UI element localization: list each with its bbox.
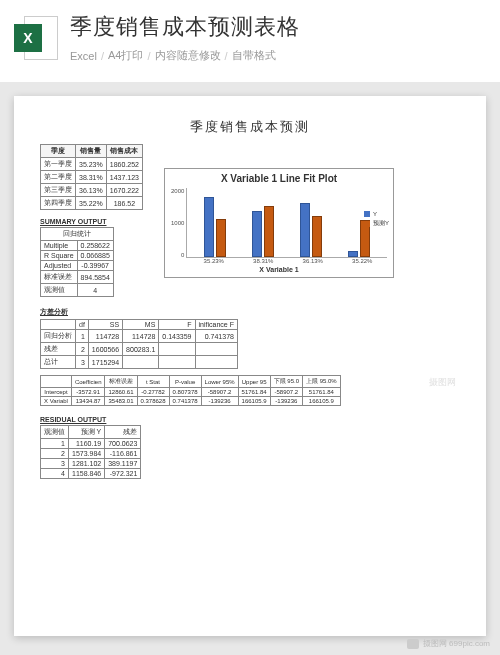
table-row: Multiple0.258622	[41, 241, 114, 251]
coefficients-table: Coefficien标准误差t StatP-valueLower 95%Uppe…	[40, 375, 341, 406]
footer-watermark: 摄图网 699pic.com	[407, 638, 490, 649]
table-row: Intercept-3572.9112860.61-0.277820.80737…	[41, 388, 341, 397]
quarterly-data-table: 季度销售量销售成本 第一季度35.23%1860.252 第二季度38.31%1…	[40, 144, 143, 210]
sheet-title: 季度销售成本预测	[40, 118, 460, 136]
table-row: Adjusted-0.39967	[41, 261, 114, 271]
table-row: 41158.846-972.321	[41, 469, 141, 479]
table-row: 回归分析11147281147280.1433590.741378	[41, 330, 238, 343]
page-title: 季度销售成本预测表格	[70, 12, 482, 42]
chart-x-labels: 35.23% 38.31% 36.13% 35.22%	[171, 258, 387, 264]
chart-plot-area	[186, 188, 387, 258]
table-row: 31281.102389.1197	[41, 459, 141, 469]
table-row: 标准误差894.5854	[41, 271, 114, 284]
camera-icon	[407, 639, 419, 649]
line-fit-chart: X Variable 1 Line Fit Plot 2000 1000 0 3…	[164, 168, 394, 278]
anova-heading: 方差分析	[40, 307, 460, 317]
residual-table: 观测值预测 Y残差 11160.19700.0623 21573.984-116…	[40, 425, 141, 479]
chart-x-title: X Variable 1	[171, 266, 387, 273]
document-sheet: 季度销售成本预测 季度销售量销售成本 第一季度35.23%1860.252 第二…	[14, 96, 486, 636]
chart-legend: Y 预测Y	[364, 209, 389, 230]
chart-title: X Variable 1 Line Fit Plot	[171, 173, 387, 184]
table-row: R Square0.066885	[41, 251, 114, 261]
table-row: 第三季度36.13%1670.222	[41, 184, 143, 197]
table-row: 第二季度38.31%1437.123	[41, 171, 143, 184]
anova-table: dfSSMSFinificance F 回归分析11147281147280.1…	[40, 319, 238, 369]
table-row: 观测值4	[41, 284, 114, 297]
watermark-text: 摄图网	[429, 376, 456, 389]
table-row: 第四季度35.22%186.52	[41, 197, 143, 210]
residual-output-heading: RESIDUAL OUTPUT	[40, 416, 460, 423]
table-row: 11160.19700.0623	[41, 439, 141, 449]
page-subtitle: Excel/ A4打印/ 内容随意修改/ 自带格式	[70, 48, 482, 63]
table-row: X Variabl13434.8735483.010.3786280.74137…	[41, 397, 341, 406]
table-row: 21573.984-116.861	[41, 449, 141, 459]
regression-stats-table: 回归统计 Multiple0.258622 R Square0.066885 A…	[40, 227, 114, 297]
table-row: 第一季度35.23%1860.252	[41, 158, 143, 171]
excel-icon: X	[14, 16, 58, 60]
table-row: 总计31715294	[41, 356, 238, 369]
app-header: X 季度销售成本预测表格 Excel/ A4打印/ 内容随意修改/ 自带格式	[0, 0, 500, 82]
chart-y-axis: 2000 1000 0	[171, 188, 186, 258]
table-row: 残差21600566800283.1	[41, 343, 238, 356]
